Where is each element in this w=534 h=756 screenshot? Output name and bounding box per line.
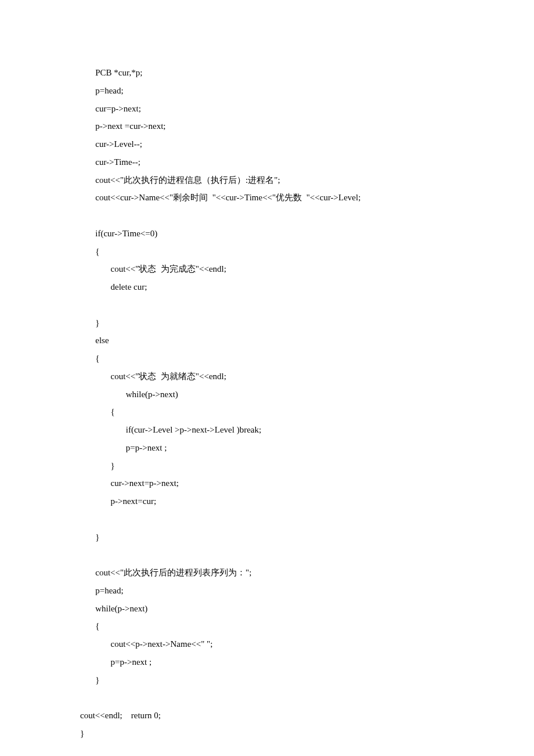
code-content: PCB *cur,*p; p=head; cur=p->next; p->nex… <box>80 68 360 756</box>
code-document: PCB *cur,*p; p=head; cur=p->next; p->nex… <box>0 0 534 756</box>
